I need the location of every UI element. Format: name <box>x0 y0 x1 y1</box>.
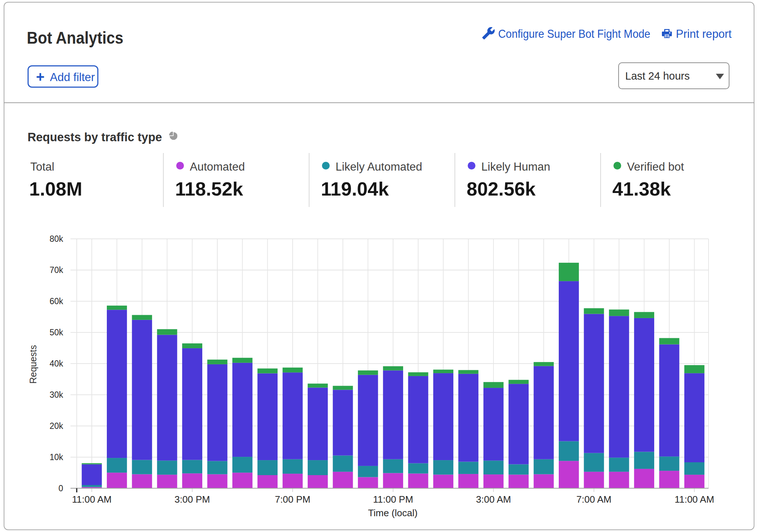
svg-text:7:00 AM: 7:00 AM <box>576 494 611 505</box>
svg-text:3:00 AM: 3:00 AM <box>476 494 511 505</box>
svg-text:60k: 60k <box>50 296 64 306</box>
svg-text:11:00 AM: 11:00 AM <box>72 494 112 505</box>
svg-text:3:00 PM: 3:00 PM <box>174 494 210 505</box>
svg-text:30k: 30k <box>50 390 64 400</box>
svg-text:10k: 10k <box>50 452 64 462</box>
svg-text:40k: 40k <box>50 359 64 368</box>
svg-text:7:00 PM: 7:00 PM <box>275 494 311 505</box>
svg-text:0: 0 <box>58 484 63 493</box>
svg-text:50k: 50k <box>50 328 64 337</box>
svg-text:Requests: Requests <box>28 345 38 384</box>
svg-text:70k: 70k <box>50 265 64 275</box>
svg-text:11:00 PM: 11:00 PM <box>373 494 413 505</box>
svg-text:Time (local): Time (local) <box>368 507 418 518</box>
svg-text:20k: 20k <box>50 421 64 431</box>
svg-text:80k: 80k <box>50 234 64 244</box>
svg-text:11:00 AM: 11:00 AM <box>674 494 714 505</box>
